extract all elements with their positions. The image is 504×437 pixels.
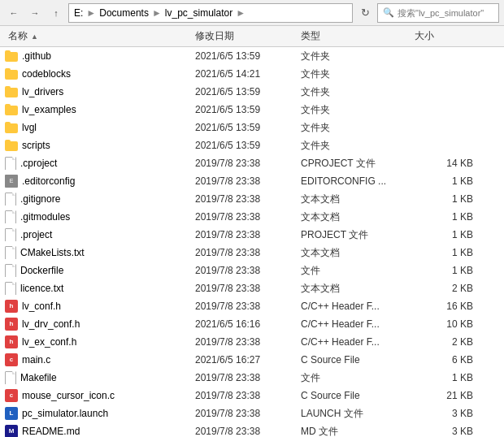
path-documents[interactable]: Documents: [99, 7, 149, 19]
file-type-cell: LAUNCH 文件: [301, 407, 415, 421]
file-name-label: lv_conf.h: [22, 301, 61, 312]
file-name-label: Makefile: [20, 372, 57, 383]
file-date-cell: 2021/6/5 13:59: [195, 140, 301, 151]
table-row[interactable]: CMakeLists.txt 2019/7/8 23:38 文本文档 1 KB: [0, 244, 504, 262]
file-name-cell: h lv_conf.h: [0, 300, 195, 313]
address-bar: ← → ↑ E: ► Documents ► lv_pc_simulator ►…: [0, 0, 504, 26]
file-type-cell: C Source File: [301, 390, 415, 401]
file-type-cell: 文本文档: [301, 246, 415, 260]
refresh-button[interactable]: ↻: [356, 4, 374, 22]
file-name-label: scripts: [22, 140, 50, 151]
table-row[interactable]: h lv_drv_conf.h 2021/6/5 16:16 C/C++ Hea…: [0, 315, 504, 333]
file-date-cell: 2019/7/8 23:38: [195, 211, 301, 223]
file-name-cell: codeblocks: [0, 68, 195, 80]
table-row[interactable]: .github 2021/6/5 13:59 文件夹: [0, 47, 504, 65]
c-source-icon: c: [5, 389, 18, 402]
table-row[interactable]: lvgl 2021/6/5 13:59 文件夹: [0, 119, 504, 136]
table-row[interactable]: scripts 2021/6/5 13:59 文件夹: [0, 136, 504, 154]
table-row[interactable]: .gitignore 2019/7/8 23:38 文本文档 1 KB: [0, 190, 504, 208]
file-name-label: .editorconfig: [22, 175, 75, 187]
file-name-cell: L pc_simulator.launch: [0, 407, 195, 420]
sep1: ►: [86, 7, 96, 19]
col-name-header[interactable]: 名称 ▲: [0, 29, 195, 43]
file-icon: [5, 157, 16, 170]
table-row[interactable]: lv_examples 2021/6/5 13:59 文件夹: [0, 101, 504, 119]
table-row[interactable]: M README.md 2019/7/8 23:38 MD 文件 3 KB: [0, 422, 504, 437]
file-name-label: Dockerfile: [20, 265, 63, 276]
col-size-header[interactable]: 大小: [415, 29, 480, 43]
file-size-cell: 2 KB: [415, 336, 480, 348]
editorconfig-icon: E: [5, 175, 18, 188]
table-row[interactable]: c mouse_cursor_icon.c 2019/7/8 23:38 C S…: [0, 387, 504, 405]
file-icon: [5, 228, 16, 241]
launch-icon: L: [5, 407, 18, 420]
c-header-icon: h: [5, 335, 18, 348]
table-row[interactable]: c main.c 2021/6/5 16:27 C Source File 6 …: [0, 351, 504, 369]
folder-icon: [5, 122, 18, 133]
file-size-cell: 3 KB: [415, 408, 480, 419]
table-row[interactable]: licence.txt 2019/7/8 23:38 文本文档 2 KB: [0, 279, 504, 297]
file-name-label: lv_drv_conf.h: [22, 318, 80, 330]
table-row[interactable]: lv_drivers 2021/6/5 13:59 文件夹: [0, 83, 504, 101]
file-name-label: pc_simulator.launch: [22, 408, 108, 419]
file-size-cell: 6 KB: [415, 354, 480, 366]
file-type-cell: MD 文件: [301, 425, 415, 438]
table-row[interactable]: .cproject 2019/7/8 23:38 CPROJECT 文件 14 …: [0, 154, 504, 172]
c-header-icon: h: [5, 318, 18, 331]
file-size-cell: 1 KB: [415, 211, 480, 223]
file-date-cell: 2019/7/8 23:38: [195, 336, 301, 348]
c-source-icon: c: [5, 353, 18, 366]
back-button[interactable]: ←: [5, 4, 23, 22]
file-size-cell: 1 KB: [415, 229, 480, 240]
forward-button[interactable]: →: [26, 4, 44, 22]
file-icon: [5, 210, 16, 223]
table-row[interactable]: E .editorconfig 2019/7/8 23:38 EDITORCON…: [0, 172, 504, 190]
search-input[interactable]: [398, 8, 487, 18]
table-row[interactable]: Makefile 2019/7/8 23:38 文件 1 KB: [0, 369, 504, 387]
file-name-cell: lv_examples: [0, 104, 195, 115]
table-row[interactable]: .gitmodules 2019/7/8 23:38 文本文档 1 KB: [0, 208, 504, 226]
file-name-cell: c main.c: [0, 353, 195, 366]
path-box[interactable]: E: ► Documents ► lv_pc_simulator ►: [68, 3, 353, 23]
file-name-label: mouse_cursor_icon.c: [22, 390, 115, 401]
folder-icon: [5, 68, 18, 80]
file-icon: [5, 193, 16, 206]
table-row[interactable]: Dockerfile 2019/7/8 23:38 文件 1 KB: [0, 262, 504, 279]
col-type-header[interactable]: 类型: [301, 29, 415, 43]
file-icon: [5, 371, 16, 384]
file-date-cell: 2019/7/8 23:38: [195, 372, 301, 383]
file-name-cell: h lv_drv_conf.h: [0, 318, 195, 331]
file-name-label: README.md: [22, 426, 80, 437]
file-type-cell: 文本文档: [301, 210, 415, 224]
file-date-cell: 2021/6/5 16:16: [195, 318, 301, 330]
file-size-cell: 1 KB: [415, 175, 480, 187]
file-name-label: .gitmodules: [20, 211, 70, 223]
file-type-cell: C/C++ Header F...: [301, 301, 415, 312]
file-size-cell: 3 KB: [415, 426, 480, 437]
search-box[interactable]: 🔍: [377, 3, 499, 23]
file-type-cell: 文本文档: [301, 282, 415, 296]
sep3: ►: [236, 7, 245, 19]
file-size-cell: 1 KB: [415, 265, 480, 276]
table-row[interactable]: codeblocks 2021/6/5 14:21 文件夹: [0, 65, 504, 83]
file-size-cell: 10 KB: [415, 318, 480, 330]
table-row[interactable]: h lv_ex_conf.h 2019/7/8 23:38 C/C++ Head…: [0, 333, 504, 351]
file-type-cell: EDITORCONFIG ...: [301, 175, 415, 187]
up-button[interactable]: ↑: [47, 4, 65, 22]
path-lv-pc-simulator[interactable]: lv_pc_simulator: [165, 7, 232, 19]
drive-part[interactable]: E:: [74, 7, 83, 19]
table-row[interactable]: .project 2019/7/8 23:38 PROJECT 文件 1 KB: [0, 226, 504, 244]
file-size-cell: 14 KB: [415, 158, 480, 169]
col-date-header[interactable]: 修改日期: [195, 29, 301, 43]
table-row[interactable]: L pc_simulator.launch 2019/7/8 23:38 LAU…: [0, 405, 504, 422]
file-type-cell: 文件夹: [301, 50, 415, 63]
file-name-cell: M README.md: [0, 425, 195, 437]
file-type-cell: C/C++ Header F...: [301, 318, 415, 330]
folder-icon: [5, 50, 18, 62]
file-date-cell: 2019/7/8 23:38: [195, 265, 301, 276]
table-row[interactable]: h lv_conf.h 2019/7/8 23:38 C/C++ Header …: [0, 297, 504, 315]
file-type-cell: C Source File: [301, 354, 415, 366]
file-date-cell: 2021/6/5 13:59: [195, 86, 301, 97]
file-size-cell: 21 KB: [415, 390, 480, 401]
file-date-cell: 2019/7/8 23:38: [195, 158, 301, 169]
